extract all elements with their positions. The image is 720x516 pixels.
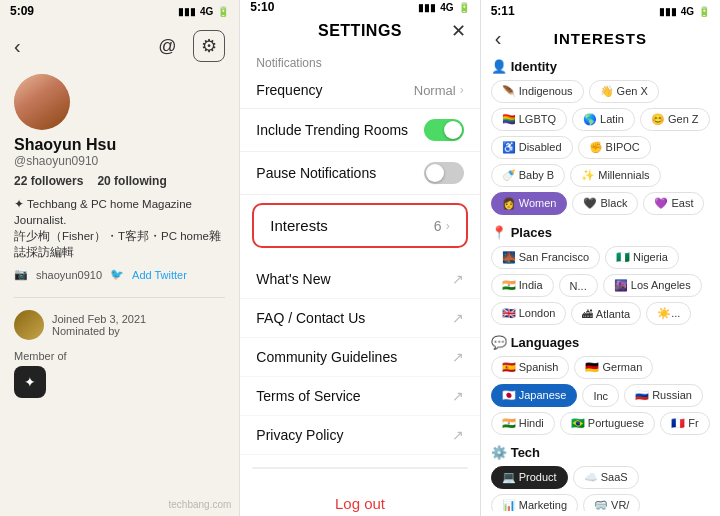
tag-latin[interactable]: 🌎 Latin <box>572 108 635 131</box>
privacy-arrow: ↗ <box>452 427 464 443</box>
interests-body: 👤 Identity 🪶 Indigenous 👋 Gen X 🏳️‍🌈 LGB… <box>481 55 720 511</box>
member-section: Member of ✦ <box>0 344 239 404</box>
tag-hindi[interactable]: 🇮🇳 Hindi <box>491 412 555 435</box>
languages-category: 💬 Languages 🇪🇸 Spanish 🇩🇪 German 🇯🇵 Japa… <box>491 335 710 435</box>
tag-genz[interactable]: 😊 Gen Z <box>640 108 710 131</box>
tag-la[interactable]: 🌆 Los Angeles <box>603 274 702 297</box>
status-bar-3: 5:11 ▮▮▮ 4G 🔋 <box>481 0 720 22</box>
signal-icon-3: ▮▮▮ <box>659 6 677 17</box>
toggle-knob-2 <box>426 164 444 182</box>
faq-row[interactable]: FAQ / Contact Us ↗ <box>240 299 479 338</box>
tag-london[interactable]: 🇬🇧 London <box>491 302 567 325</box>
profile-bio: ✦ Techbang & PC home Magazine Journalist… <box>14 196 225 260</box>
community-row[interactable]: Community Guidelines ↗ <box>240 338 479 377</box>
status-bar-1: 5:09 ▮▮▮ 4G 🔋 <box>0 0 239 22</box>
tag-black[interactable]: 🖤 Black <box>572 192 638 215</box>
tag-millennials[interactable]: ✨ Millennials <box>570 164 660 187</box>
tag-sf[interactable]: 🌉 San Francisco <box>491 246 600 269</box>
followers-stat: 22 followers <box>14 174 83 188</box>
tag-sun[interactable]: ☀️... <box>646 302 691 325</box>
joined-avatar <box>14 310 44 340</box>
tech-title: ⚙️ Tech <box>491 445 710 460</box>
tag-nigeria[interactable]: 🇳🇬 Nigeria <box>605 246 679 269</box>
logout-button[interactable]: Log out <box>240 481 479 516</box>
tag-bipoc[interactable]: ✊ BIPOC <box>578 136 651 159</box>
terms-row[interactable]: Terms of Service ↗ <box>240 377 479 416</box>
profile-panel: 5:09 ▮▮▮ 4G 🔋 ‹ @ ⚙ Shaoyun Hsu @shaoyun… <box>0 0 239 516</box>
pause-notifications-label: Pause Notifications <box>256 165 376 181</box>
tag-french[interactable]: 🇫🇷 Fr <box>660 412 709 435</box>
toggle-knob <box>444 121 462 139</box>
tag-women[interactable]: 👩 Women <box>491 192 568 215</box>
identity-tags: 🪶 Indigenous 👋 Gen X 🏳️‍🌈 LGBTQ 🌎 Latin … <box>491 80 710 215</box>
tag-inc[interactable]: Inc <box>582 384 619 407</box>
tag-atlanta[interactable]: 🏙 Atlanta <box>571 302 641 325</box>
community-arrow: ↗ <box>452 349 464 365</box>
pause-notifications-toggle[interactable] <box>424 162 464 184</box>
settings-icon[interactable]: ⚙ <box>193 30 225 62</box>
profile-handle: @shaoyun0910 <box>14 154 225 168</box>
tag-japanese[interactable]: 🇯🇵 Japanese <box>491 384 578 407</box>
interests-back-button[interactable]: ‹ <box>495 27 502 50</box>
tag-saas[interactable]: ☁️ SaaS <box>573 466 639 489</box>
close-button[interactable]: ✕ <box>451 20 466 42</box>
tag-german[interactable]: 🇩🇪 German <box>574 356 653 379</box>
status-icons-2: ▮▮▮ 4G 🔋 <box>418 2 469 13</box>
tag-russian[interactable]: 🇷🇺 Russian <box>624 384 703 407</box>
frequency-row: Frequency Normal › <box>240 72 479 109</box>
tag-lgbtq[interactable]: 🏳️‍🌈 LGBTQ <box>491 108 567 131</box>
whats-new-row[interactable]: What's New ↗ <box>240 260 479 299</box>
instagram-handle: shaoyun0910 <box>36 269 102 281</box>
community-label: Community Guidelines <box>256 349 397 365</box>
watermark: techbang.com <box>169 499 232 510</box>
tag-genx[interactable]: 👋 Gen X <box>589 80 659 103</box>
connect-twitter-button[interactable]: Connect Twitter <box>253 468 466 469</box>
profile-section: Shaoyun Hsu @shaoyun0910 22 followers 20… <box>0 70 239 289</box>
pause-notifications-row[interactable]: Pause Notifications <box>240 152 479 195</box>
tag-spanish[interactable]: 🇪🇸 Spanish <box>491 356 570 379</box>
tag-marketing[interactable]: 📊 Marketing <box>491 494 578 511</box>
signal-icon: ▮▮▮ <box>178 6 196 17</box>
header-icons: @ ⚙ <box>151 30 225 62</box>
languages-icon: 💬 <box>491 335 507 350</box>
joined-section: Joined Feb 3, 2021 Nominated by <box>0 306 239 344</box>
tech-category: ⚙️ Tech 💻 Product ☁️ SaaS 📊 Marketing 🥽 … <box>491 445 710 511</box>
include-trending-toggle[interactable] <box>424 119 464 141</box>
tag-n[interactable]: N... <box>559 274 598 297</box>
notification-icon[interactable]: @ <box>151 30 183 62</box>
tag-east[interactable]: 💜 East <box>643 192 704 215</box>
tag-portuguese[interactable]: 🇧🇷 Portuguese <box>560 412 655 435</box>
terms-arrow: ↗ <box>452 388 464 404</box>
tag-vr[interactable]: 🥽 VR/ <box>583 494 640 511</box>
tag-product[interactable]: 💻 Product <box>491 466 568 489</box>
include-trending-row[interactable]: Include Trending Rooms <box>240 109 479 152</box>
add-twitter-button[interactable]: Add Twitter <box>132 269 187 281</box>
places-tags: 🌉 San Francisco 🇳🇬 Nigeria 🇮🇳 India N...… <box>491 246 710 325</box>
include-trending-label: Include Trending Rooms <box>256 122 408 138</box>
tag-babyb[interactable]: 🍼 Baby B <box>491 164 566 187</box>
tag-indigenous[interactable]: 🪶 Indigenous <box>491 80 584 103</box>
places-category: 📍 Places 🌉 San Francisco 🇳🇬 Nigeria 🇮🇳 I… <box>491 225 710 325</box>
member-badge: ✦ <box>14 366 46 398</box>
privacy-row[interactable]: Privacy Policy ↗ <box>240 416 479 455</box>
interests-label: Interests <box>270 217 328 234</box>
settings-title: SETTINGS <box>318 22 402 40</box>
tech-icon: ⚙️ <box>491 445 507 460</box>
tag-india[interactable]: 🇮🇳 India <box>491 274 554 297</box>
tag-disabled[interactable]: ♿ Disabled <box>491 136 573 159</box>
identity-category: 👤 Identity 🪶 Indigenous 👋 Gen X 🏳️‍🌈 LGB… <box>491 59 710 215</box>
interests-right: 6 › <box>434 218 450 234</box>
settings-title-row: SETTINGS ✕ <box>240 14 479 48</box>
faq-label: FAQ / Contact Us <box>256 310 365 326</box>
languages-tags: 🇪🇸 Spanish 🇩🇪 German 🇯🇵 Japanese Inc 🇷🇺 … <box>491 356 710 435</box>
identity-title: 👤 Identity <box>491 59 710 74</box>
divider-1 <box>14 297 225 298</box>
battery-icon-3: 🔋 <box>698 6 710 17</box>
interests-header: ‹ INTERESTS <box>481 22 720 55</box>
interests-page-title: INTERESTS <box>554 30 647 47</box>
back-button[interactable]: ‹ <box>14 35 21 58</box>
interests-row[interactable]: Interests 6 › <box>252 203 467 248</box>
whats-new-arrow: ↗ <box>452 271 464 287</box>
joined-text: Joined Feb 3, 2021 Nominated by <box>52 313 146 337</box>
terms-label: Terms of Service <box>256 388 360 404</box>
